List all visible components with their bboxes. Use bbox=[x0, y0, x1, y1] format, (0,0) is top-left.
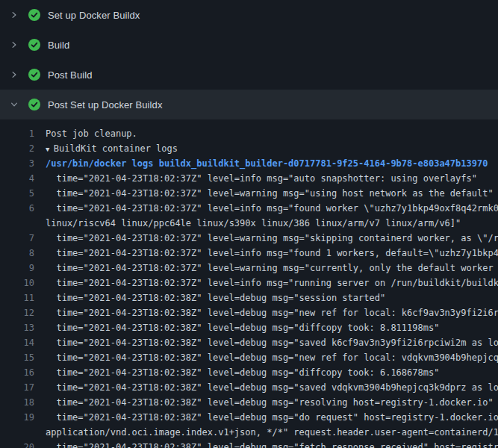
log-line-number[interactable]: 7 bbox=[0, 231, 34, 246]
log-line-number[interactable]: 5 bbox=[0, 186, 34, 201]
log-line: 1 Post job cleanup. bbox=[0, 126, 498, 141]
log-line: 5 time="2021-04-23T18:02:37Z" level=warn… bbox=[0, 186, 498, 201]
log-line: 12 time="2021-04-23T18:02:38Z" level=deb… bbox=[0, 305, 498, 320]
log-line-text: time="2021-04-23T18:02:38Z" level=debug … bbox=[34, 305, 498, 320]
chevron-down-icon[interactable] bbox=[9, 99, 19, 110]
log-line-number[interactable]: 17 bbox=[0, 380, 34, 395]
log-line: 13 time="2021-04-23T18:02:38Z" level=deb… bbox=[0, 320, 498, 335]
log-line-text: Post job cleanup. bbox=[34, 126, 498, 141]
chevron-right-icon[interactable] bbox=[9, 10, 19, 20]
log-line-text: time="2021-04-23T18:02:37Z" level=warnin… bbox=[34, 231, 498, 246]
step-row[interactable]: Post Build bbox=[0, 60, 498, 90]
log-line-number[interactable] bbox=[0, 425, 34, 440]
log-line: 10 time="2021-04-23T18:02:37Z" level=inf… bbox=[0, 276, 498, 290]
log-line-text: time="2021-04-23T18:02:38Z" level=debug … bbox=[34, 380, 498, 395]
chevron-right-icon[interactable] bbox=[9, 69, 19, 80]
log-line-number[interactable]: 19 bbox=[0, 410, 34, 425]
log-line-text: /usr/bin/docker logs buildx_buildkit_bui… bbox=[34, 156, 498, 171]
log-line-text: time="2021-04-23T18:02:37Z" level=info m… bbox=[34, 201, 498, 216]
log-line-text: time="2021-04-23T18:02:38Z" level=debug … bbox=[34, 410, 498, 425]
log-line: 17 time="2021-04-23T18:02:38Z" level=deb… bbox=[0, 380, 498, 395]
log-line: 11 time="2021-04-23T18:02:38Z" level=deb… bbox=[0, 290, 498, 305]
log-line-text: time="2021-04-23T18:02:38Z" level=debug … bbox=[34, 350, 498, 365]
log-line: 3 /usr/bin/docker logs buildx_buildkit_b… bbox=[0, 156, 498, 171]
log-line-number[interactable]: 9 bbox=[0, 261, 34, 276]
success-check-icon bbox=[28, 69, 40, 81]
step-label: Build bbox=[48, 40, 69, 51]
log-line-text: application/vnd.oci.image.index.v1+json,… bbox=[34, 425, 498, 440]
group-title[interactable]: BuildKit container logs bbox=[54, 143, 178, 154]
log-line: 18 time="2021-04-23T18:02:38Z" level=deb… bbox=[0, 395, 498, 410]
log-line-text: time="2021-04-23T18:02:37Z" level=info m… bbox=[34, 246, 498, 261]
log-line-number[interactable]: 2 bbox=[0, 141, 34, 156]
log-line-text: time="2021-04-23T18:02:38Z" level=debug … bbox=[34, 395, 498, 410]
log-line: 7 time="2021-04-23T18:02:37Z" level=warn… bbox=[0, 231, 498, 246]
log-line-number[interactable]: 11 bbox=[0, 290, 34, 305]
log-line: 8 time="2021-04-23T18:02:37Z" level=info… bbox=[0, 246, 498, 261]
log-line: 16 time="2021-04-23T18:02:38Z" level=deb… bbox=[0, 365, 498, 380]
log-line-number[interactable]: 4 bbox=[0, 171, 34, 186]
log-line-number[interactable]: 20 bbox=[0, 440, 34, 448]
log-line-number[interactable]: 10 bbox=[0, 276, 34, 290]
log-line-text: time="2021-04-23T18:02:38Z" level=debug … bbox=[34, 440, 498, 448]
log-line-number[interactable]: 12 bbox=[0, 305, 34, 320]
log-line-text: time="2021-04-23T18:02:37Z" level=info m… bbox=[34, 276, 498, 290]
log-line-number[interactable]: 8 bbox=[0, 246, 34, 261]
log-line-number[interactable]: 1 bbox=[0, 126, 34, 141]
log-line-number[interactable]: 13 bbox=[0, 320, 34, 335]
log-line-text: ▼ BuildKit container logs bbox=[34, 141, 498, 156]
log-line: application/vnd.oci.image.index.v1+json,… bbox=[0, 425, 498, 440]
log-line: 9 time="2021-04-23T18:02:37Z" level=warn… bbox=[0, 261, 498, 276]
log-line: 4 time="2021-04-23T18:02:37Z" level=info… bbox=[0, 171, 498, 186]
step-label: Post Set up Docker Buildx bbox=[48, 99, 163, 111]
step-row[interactable]: Post Set up Docker Buildx bbox=[0, 90, 498, 119]
log-line: 2 ▼ BuildKit container logs bbox=[0, 141, 498, 156]
log-line-text: time="2021-04-23T18:02:37Z" level=warnin… bbox=[34, 186, 498, 201]
success-check-icon bbox=[28, 9, 40, 21]
chevron-right-icon[interactable] bbox=[9, 40, 19, 50]
step-label: Set up Docker Buildx bbox=[48, 10, 140, 21]
log-line-number[interactable]: 6 bbox=[0, 201, 34, 216]
success-check-icon bbox=[28, 99, 40, 111]
success-check-icon bbox=[28, 39, 40, 51]
log-line: linux/riscv64 linux/ppc64le linux/s390x … bbox=[0, 216, 498, 231]
log-line-number[interactable]: 15 bbox=[0, 350, 34, 365]
job-steps: Set up Docker Buildx Build P bbox=[0, 0, 498, 119]
group-expanded-icon[interactable]: ▼ bbox=[46, 146, 54, 153]
log-line: 6 time="2021-04-23T18:02:37Z" level=info… bbox=[0, 201, 498, 216]
log-line-text: time="2021-04-23T18:02:38Z" level=debug … bbox=[34, 290, 498, 305]
log-line-text: time="2021-04-23T18:02:38Z" level=debug … bbox=[34, 365, 498, 380]
log-line-text: time="2021-04-23T18:02:38Z" level=debug … bbox=[34, 320, 498, 335]
step-row[interactable]: Set up Docker Buildx bbox=[0, 0, 498, 30]
log-view: 1 Post job cleanup. 2 ▼ BuildKit contain… bbox=[0, 119, 498, 448]
log-line-text: time="2021-04-23T18:02:37Z" level=warnin… bbox=[34, 261, 498, 276]
log-line: 15 time="2021-04-23T18:02:38Z" level=deb… bbox=[0, 350, 498, 365]
step-label: Post Build bbox=[48, 69, 93, 81]
log-line-number[interactable]: 16 bbox=[0, 365, 34, 380]
log-line-number[interactable]: 18 bbox=[0, 395, 34, 410]
log-line-text: linux/riscv64 linux/ppc64le linux/s390x … bbox=[34, 216, 498, 231]
log-line-number[interactable]: 14 bbox=[0, 335, 34, 350]
log-line: 14 time="2021-04-23T18:02:38Z" level=deb… bbox=[0, 335, 498, 350]
log-line-number[interactable] bbox=[0, 216, 34, 231]
log-line-number[interactable]: 3 bbox=[0, 156, 34, 171]
log-line: 19 time="2021-04-23T18:02:38Z" level=deb… bbox=[0, 410, 498, 425]
log-line: 20 time="2021-04-23T18:02:38Z" level=deb… bbox=[0, 440, 498, 448]
log-line-text: time="2021-04-23T18:02:38Z" level=debug … bbox=[34, 335, 498, 350]
step-row[interactable]: Build bbox=[0, 30, 498, 60]
log-line-text: time="2021-04-23T18:02:37Z" level=info m… bbox=[34, 171, 498, 186]
